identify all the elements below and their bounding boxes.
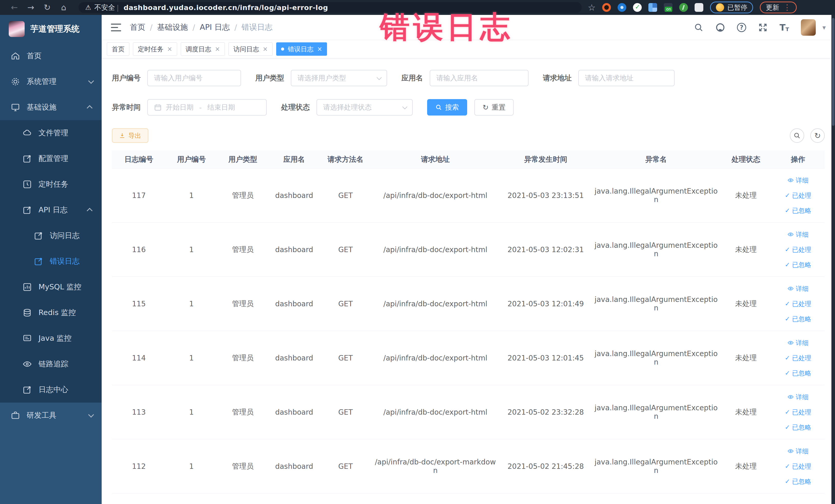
table-row: 115 1 管理员 dashboard GET /api/infra/db-do… xyxy=(112,277,825,331)
reset-button[interactable]: ↻ 重置 xyxy=(474,99,514,116)
sidebar-item-java-monitor[interactable]: Java 监控 xyxy=(0,326,102,351)
app-name-label: 应用名 xyxy=(402,73,423,83)
sidebar-item-dev-tools[interactable]: 研发工具 xyxy=(0,403,102,428)
tab-home[interactable]: 首页 xyxy=(107,42,129,56)
sidebar-item-system[interactable]: 系统管理 xyxy=(0,69,102,95)
reload-icon[interactable]: ↻ xyxy=(39,3,56,12)
scrollbar[interactable] xyxy=(831,15,835,504)
mark-processed-link[interactable]: ✓已处理 xyxy=(785,245,811,254)
eye-icon xyxy=(788,448,794,454)
github-icon[interactable] xyxy=(715,23,725,32)
bookmark-star-icon[interactable]: ☆ xyxy=(588,2,595,13)
chevron-up-icon xyxy=(87,105,93,111)
mark-ignored-link[interactable]: ✓已忽略 xyxy=(785,206,811,215)
sidebar-item-scheduled-jobs[interactable]: 定时任务 xyxy=(0,172,102,197)
sidebar-item-home[interactable]: 首页 xyxy=(0,43,102,69)
extension-icon[interactable] xyxy=(633,3,642,12)
sidebar-item-api-log[interactable]: API 日志 xyxy=(0,197,102,223)
detail-link[interactable]: 详细 xyxy=(788,447,809,456)
fullscreen-icon[interactable] xyxy=(758,23,768,32)
tab-access-log[interactable]: 访问日志 × xyxy=(228,42,272,56)
mark-ignored-link[interactable]: ✓已忽略 xyxy=(785,369,811,378)
mark-processed-link[interactable]: ✓已处理 xyxy=(785,191,811,200)
sidebar-item-log-center[interactable]: 日志中心 xyxy=(0,377,102,403)
url-text[interactable]: dashboard.yudao.iocoder.cn/infra/log/api… xyxy=(123,4,328,12)
process-status-select[interactable]: 请选择处理状态 xyxy=(317,99,413,116)
avatar[interactable] xyxy=(801,19,816,36)
mark-processed-link[interactable]: ✓已处理 xyxy=(785,408,811,417)
home-icon[interactable]: ⌂ xyxy=(56,3,72,12)
detail-link[interactable]: 详细 xyxy=(788,284,809,293)
app-logo[interactable]: 芋道管理系统 xyxy=(0,15,102,43)
table-header-row: 日志编号 用户编号 用户类型 应用名 请求方法名 请求地址 异常发生时间 异常名… xyxy=(112,150,825,168)
breadcrumb-current: 错误日志 xyxy=(242,22,272,33)
extension-icon[interactable] xyxy=(617,3,626,12)
breadcrumb-home[interactable]: 首页 xyxy=(130,22,145,33)
mark-processed-link[interactable]: ✓已处理 xyxy=(785,354,811,362)
mark-ignored-link[interactable]: ✓已忽略 xyxy=(785,423,811,431)
help-icon[interactable]: ? xyxy=(737,23,746,32)
request-url-input[interactable]: 请输入请求地址 xyxy=(578,70,675,86)
browser-menu-icon[interactable]: ⋮ xyxy=(783,4,791,11)
mark-ignored-link[interactable]: ✓已忽略 xyxy=(785,477,811,486)
mark-ignored-link[interactable]: ✓已忽略 xyxy=(785,315,811,323)
export-button[interactable]: 导出 xyxy=(112,128,148,143)
close-icon[interactable]: × xyxy=(215,45,220,53)
sidebar-item-trace[interactable]: 链路追踪 xyxy=(0,351,102,377)
user-type-select[interactable]: 请选择用户类型 xyxy=(291,70,387,86)
sidebar-item-access-log[interactable]: 访问日志 xyxy=(0,223,102,248)
toggle-search-button[interactable] xyxy=(790,128,804,143)
breadcrumb-infra[interactable]: 基础设施 xyxy=(157,22,188,33)
breadcrumb-api-log[interactable]: API 日志 xyxy=(200,22,230,33)
sidebar-item-file-manage[interactable]: 文件管理 xyxy=(0,120,102,146)
sidebar-item-infra[interactable]: 基础设施 xyxy=(0,95,102,120)
extension-icon[interactable] xyxy=(648,3,657,12)
extension-icon[interactable] xyxy=(602,3,611,12)
sidebar-item-config-manage[interactable]: 配置管理 xyxy=(0,146,102,172)
exception-time-label: 异常时间 xyxy=(112,102,141,112)
eye-icon xyxy=(788,231,794,238)
download-icon xyxy=(119,133,125,139)
sidebar-item-mysql-monitor[interactable]: MySQL 监控 xyxy=(0,274,102,300)
font-size-icon[interactable]: TT xyxy=(779,23,789,32)
close-icon[interactable]: × xyxy=(263,45,268,53)
profile-paused-badge[interactable]: 已暂停 xyxy=(710,2,753,13)
tab-schedule-log[interactable]: 调度日志 × xyxy=(181,42,225,56)
active-dot-icon xyxy=(281,47,284,51)
browser-update-button[interactable]: 更新 ⋮ xyxy=(760,2,797,13)
date-range-picker[interactable]: 开始日期 - 结束日期 xyxy=(147,99,267,116)
extensions-puzzle-icon[interactable] xyxy=(695,3,703,12)
edit-icon xyxy=(23,205,32,215)
chevron-down-icon xyxy=(402,104,407,109)
back-icon[interactable]: ← xyxy=(6,3,23,12)
detail-link[interactable]: 详细 xyxy=(788,339,809,347)
detail-link[interactable]: 详细 xyxy=(788,393,809,401)
close-icon[interactable]: × xyxy=(317,45,322,53)
mark-processed-link[interactable]: ✓已处理 xyxy=(785,462,811,471)
search-button[interactable]: 搜索 xyxy=(427,99,467,116)
user-id-input[interactable]: 请输入用户编号 xyxy=(147,70,241,86)
check-icon: ✓ xyxy=(785,369,790,377)
sidebar-item-error-log[interactable]: 错误日志 xyxy=(0,248,102,274)
not-secure-warning-icon: ⚠ xyxy=(85,4,91,11)
user-type-label: 用户类型 xyxy=(256,73,284,83)
sidebar-item-redis-monitor[interactable]: Redis 监控 xyxy=(0,300,102,326)
forward-icon[interactable]: → xyxy=(23,3,39,12)
chevron-down-icon[interactable]: ▾ xyxy=(822,24,826,31)
extension-icon[interactable] xyxy=(664,3,673,12)
not-secure-label[interactable]: 不安全 xyxy=(94,3,115,12)
detail-link[interactable]: 详细 xyxy=(788,230,809,239)
mark-processed-link[interactable]: ✓已处理 xyxy=(785,300,811,308)
extension-icon[interactable] xyxy=(679,3,688,12)
close-icon[interactable]: × xyxy=(167,45,172,53)
refresh-table-button[interactable]: ↻ xyxy=(810,128,825,143)
tab-error-log[interactable]: 错误日志 × xyxy=(276,42,327,56)
search-icon[interactable] xyxy=(694,23,704,32)
tab-scheduled-jobs[interactable]: 定时任务 × xyxy=(133,42,177,56)
detail-link[interactable]: 详细 xyxy=(788,176,809,185)
app-name-input[interactable]: 请输入应用名 xyxy=(430,70,529,86)
mark-ignored-link[interactable]: ✓已忽略 xyxy=(785,261,811,269)
collapse-sidebar-button[interactable] xyxy=(111,24,121,31)
refresh-icon: ↻ xyxy=(483,103,488,112)
scrollbar-thumb[interactable] xyxy=(832,18,834,126)
